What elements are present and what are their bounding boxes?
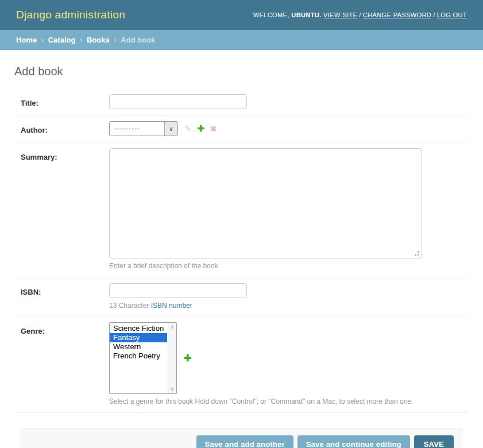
breadcrumb-separator: › (114, 36, 116, 44)
save-and-add-another-button[interactable]: Save and add another (196, 435, 293, 448)
author-selected-value: --------- (110, 125, 164, 133)
genre-multiselect[interactable]: Science Fiction Fantasy Western French P… (109, 322, 177, 394)
form-row-isbn: ISBN: 13 Character ISBN number (14, 277, 469, 317)
isbn-number-link[interactable]: ISBN number (151, 302, 192, 310)
add-author-icon[interactable]: ✚ (198, 123, 205, 134)
add-genre-icon[interactable]: ✚ (184, 353, 191, 364)
title-input[interactable] (109, 94, 247, 109)
username: UBUNTU. (291, 11, 321, 18)
save-button[interactable]: SAVE (414, 435, 454, 448)
genre-option[interactable]: Western (110, 342, 167, 352)
author-label: Author: (21, 126, 48, 134)
content-area: Add book Title: Author: --------- ∨ ✎ ✚ … (0, 50, 483, 448)
welcome-text: WELCOME, (253, 11, 289, 18)
log-out-link[interactable]: LOG OUT (437, 11, 467, 18)
breadcrumb-current: Add book (121, 36, 155, 44)
breadcrumb-home[interactable]: Home (16, 36, 37, 44)
genre-label: Genre: (21, 327, 45, 335)
form-row-summary: Summary: Enter a brief description of th… (14, 142, 469, 277)
scroll-up-icon[interactable]: ∧ (171, 325, 175, 330)
form-row-genre: Genre: Science Fiction Fantasy Western F… (14, 316, 469, 413)
related-widget-links: ✎ ✚ ✖ (184, 121, 217, 136)
genre-help-text: Select a genre for this book Hold down "… (109, 397, 462, 407)
delete-author-icon[interactable]: ✖ (210, 125, 217, 133)
summary-help-text: Enter a brief description of the book (109, 262, 462, 271)
scroll-down-icon[interactable]: ∨ (171, 387, 175, 392)
genre-option[interactable]: French Poetry (110, 352, 167, 361)
isbn-help-prefix: 13 Character (109, 302, 151, 310)
breadcrumb-catalog[interactable]: Catalog (48, 36, 76, 44)
breadcrumb-separator: › (80, 36, 82, 44)
user-tools: WELCOME, UBUNTU. VIEW SITE/CHANGE PASSWO… (253, 11, 467, 18)
admin-header: Django administration WELCOME, UBUNTU. V… (0, 0, 483, 30)
submit-row: Save and add another Save and continue e… (21, 428, 462, 448)
edit-author-icon[interactable]: ✎ (184, 123, 192, 134)
change-password-link[interactable]: CHANGE PASSWORD (363, 11, 431, 18)
genre-option[interactable]: Science Fiction (110, 324, 167, 333)
resize-handle-icon[interactable] (418, 254, 419, 256)
page-title: Add book (14, 65, 469, 78)
site-title-link[interactable]: Django administration (16, 9, 125, 21)
title-label: Title: (21, 99, 38, 107)
listbox-scrollbar[interactable]: ∧ ∨ (168, 323, 176, 393)
summary-label: Summary: (21, 153, 57, 161)
breadcrumb: Home › Catalog › Books › Add book (0, 30, 483, 50)
view-site-link[interactable]: VIEW SITE (323, 11, 357, 18)
save-and-continue-editing-button[interactable]: Save and continue editing (297, 435, 410, 448)
author-select[interactable]: --------- ∨ (109, 121, 178, 136)
link-separator: / (433, 11, 435, 18)
summary-textarea[interactable] (109, 148, 422, 258)
breadcrumb-books[interactable]: Books (87, 36, 110, 44)
add-book-form: Title: Author: --------- ∨ ✎ ✚ ✖ (14, 88, 469, 448)
form-row-title: Title: (14, 88, 469, 115)
breadcrumb-separator: › (41, 36, 44, 44)
dropdown-arrow-icon[interactable]: ∨ (164, 122, 177, 136)
form-row-author: Author: --------- ∨ ✎ ✚ ✖ (14, 115, 469, 142)
genre-option[interactable]: Fantasy (110, 333, 167, 342)
isbn-label: ISBN: (21, 288, 41, 296)
isbn-help-text: 13 Character ISBN number (109, 302, 462, 311)
isbn-input[interactable] (109, 283, 247, 298)
link-separator: / (359, 11, 361, 18)
